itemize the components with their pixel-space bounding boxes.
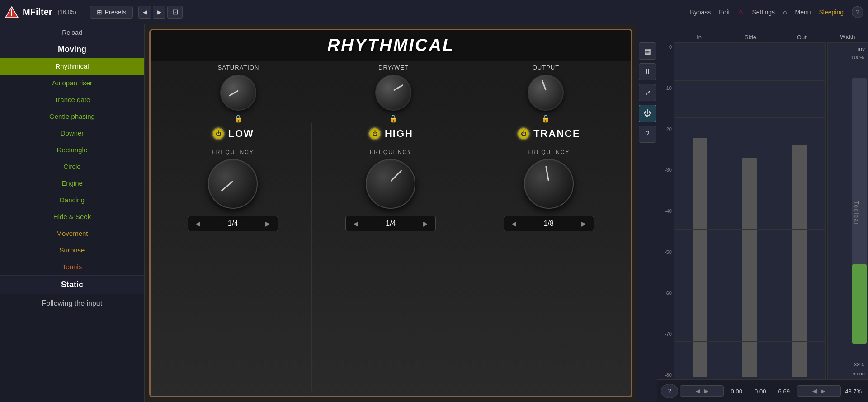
high-step-prev[interactable]: ◀	[350, 219, 361, 228]
side-value-display: 0.00	[750, 387, 772, 395]
scale-60: -60	[657, 290, 674, 296]
drywet-group: DRY/WET 🔒	[375, 64, 411, 123]
saturation-lock[interactable]: 🔒	[234, 114, 243, 123]
out-value: 6.69	[778, 388, 790, 395]
low-power-button[interactable]: ⏻	[212, 127, 225, 140]
trance-band-header: ⏻ TRANCE	[517, 127, 580, 140]
help-meter-icon: ?	[646, 130, 650, 138]
meter-in-header: In	[674, 34, 725, 41]
sidebar-item-gentle-phasing[interactable]: Gentle phasing	[0, 108, 144, 125]
low-freq-knob[interactable]	[208, 159, 258, 209]
high-band-header: ⏻ HIGH	[368, 127, 413, 140]
in-bar-col	[676, 45, 724, 377]
width-33: 33%	[828, 362, 868, 367]
left-nav-arrows[interactable]: ◀ ▶	[680, 385, 724, 397]
expand-icon: ⤢	[645, 89, 651, 97]
sidebar-item-trance-gate[interactable]: Trance gate	[0, 91, 144, 108]
trance-power-button[interactable]: ⏻	[517, 127, 530, 140]
in-bar	[693, 138, 707, 377]
camera-button[interactable]: ⊡	[167, 6, 183, 19]
sidebar-item-dancing[interactable]: Dancing	[0, 192, 144, 208]
right-nav-arrows[interactable]: ◀ ▶	[797, 385, 841, 397]
plugin-title: RHYTHMICAL	[156, 36, 626, 55]
plugin-area: RHYTHMICAL SATURATION 🔒 DRY/WET 🔒	[145, 24, 637, 402]
sidebar-item-surprise[interactable]: Surprise	[0, 242, 144, 258]
sidebar-item-circle[interactable]: Circle	[0, 158, 144, 175]
sidebar-item-hide-seek[interactable]: Hide & Seek	[0, 208, 144, 225]
edit-button[interactable]: Edit	[719, 9, 730, 16]
presets-label: Presets	[105, 9, 126, 16]
sidebar-item-downer[interactable]: Downer	[0, 125, 144, 141]
out-bar-col	[775, 45, 823, 377]
help-meter-button[interactable]: ?	[639, 126, 656, 143]
alert-icon: ⚠	[738, 9, 744, 16]
trance-step-next[interactable]: ▶	[579, 219, 589, 228]
sidebar-item-movement[interactable]: Movement	[0, 225, 144, 242]
sidebar-item-rhythmical[interactable]: Rhythmical	[0, 58, 144, 75]
meter-headers: In Side Out Width	[657, 24, 868, 42]
low-step-prev[interactable]: ◀	[193, 219, 203, 228]
mono-label: mono	[852, 371, 865, 376]
high-freq-section: FREQUENCY	[316, 149, 466, 209]
presets-button[interactable]: ⊞ Presets	[90, 6, 133, 19]
scale-0: 0	[657, 44, 674, 50]
alert-button[interactable]: ⚠	[738, 9, 744, 16]
prev-arrow[interactable]: ◀	[138, 6, 151, 19]
trance-band-label: TRANCE	[533, 128, 580, 140]
drywet-lock[interactable]: 🔒	[389, 114, 398, 123]
low-step-control: ◀ 1/4 ▶	[188, 216, 278, 231]
scale-50: -50	[657, 249, 674, 255]
high-power-button[interactable]: ⏻	[368, 127, 381, 140]
help-button[interactable]: ?	[852, 6, 863, 18]
trance-step-prev[interactable]: ◀	[509, 219, 519, 228]
settings-button[interactable]: Settings	[752, 9, 775, 16]
sidebar-item-rectangle[interactable]: Rectangle	[0, 141, 144, 158]
histogram-button[interactable]: ▦	[639, 42, 656, 60]
output-lock[interactable]: 🔒	[541, 114, 550, 123]
pause-button[interactable]: ⏸	[639, 63, 656, 80]
in-value-display: 0.00	[726, 387, 748, 395]
high-step-next[interactable]: ▶	[420, 219, 431, 228]
drywet-label: DRY/WET	[378, 64, 409, 71]
side-bar	[742, 158, 757, 377]
width-100: 100%	[828, 55, 868, 60]
sidebar-item-autopan[interactable]: Autopan riser	[0, 75, 144, 91]
expand-button[interactable]: ⤢	[639, 84, 656, 101]
width-area: inv 100% 66% 33%	[827, 42, 868, 379]
output-knob[interactable]	[528, 75, 564, 111]
low-step-next[interactable]: ▶	[263, 219, 273, 228]
plugin-title-bar: RHYTHMICAL	[151, 30, 631, 61]
menu-button[interactable]: Menu	[795, 9, 811, 16]
camera-icon: ⊡	[172, 8, 178, 16]
scale-40: -40	[657, 208, 674, 214]
saturation-knob[interactable]	[220, 75, 256, 111]
trance-freq-knob[interactable]	[524, 159, 574, 209]
right-nav-next: ▶	[821, 388, 825, 394]
meter-section: ▦ ⏸ ⤢ ⏻ ? In	[637, 24, 868, 402]
reload-button[interactable]: Reload	[0, 24, 144, 41]
pause-icon: ⏸	[644, 68, 651, 76]
app-version: (16.05)	[58, 9, 76, 15]
output-label: OUTPUT	[533, 64, 559, 71]
drywet-knob[interactable]	[375, 75, 411, 111]
high-freq-knob[interactable]	[366, 159, 415, 209]
home-icon: ⌂	[783, 9, 787, 16]
home-button[interactable]: ⌂	[783, 9, 787, 16]
help-bottom-button[interactable]: ?	[661, 384, 678, 398]
toolbar-label: Toolbar	[853, 201, 859, 225]
power-meter-button[interactable]: ⏻	[639, 105, 656, 122]
out-bar	[792, 145, 807, 377]
saturation-group: SATURATION 🔒	[218, 64, 259, 123]
trance-step-control: ◀ 1/8 ▶	[504, 216, 594, 231]
plugin-top-row: SATURATION 🔒 DRY/WET 🔒 OUTPUT	[151, 61, 631, 123]
saturation-label: SATURATION	[218, 64, 259, 71]
scale-10: -10	[657, 85, 674, 91]
sidebar-item-tennis[interactable]: Tennis	[0, 258, 144, 275]
next-arrow[interactable]: ▶	[153, 6, 165, 19]
low-band-label: LOW	[228, 128, 254, 140]
bypass-button[interactable]: Bypass	[690, 9, 711, 16]
left-nav-prev: ◀	[696, 388, 700, 394]
sidebar-item-engine[interactable]: Engine	[0, 175, 144, 192]
bottom-values-bar: ? ◀ ▶ 0.00 0.00	[657, 379, 868, 402]
meter-controls: ▦ ⏸ ⤢ ⏻ ?	[637, 24, 657, 402]
